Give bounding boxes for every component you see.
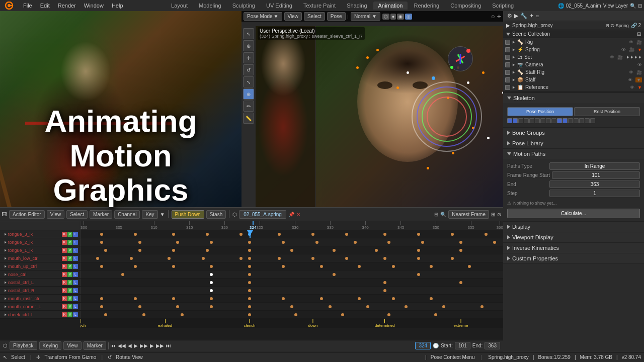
staff-rig-check[interactable]: [505, 70, 510, 75]
collection-filter[interactable]: ⊟: [637, 31, 641, 37]
annotate-tool[interactable]: ✏: [243, 101, 254, 112]
bone-groups-header[interactable]: Bone Groups: [503, 128, 644, 138]
calculate-button[interactable]: Calculate...: [507, 209, 640, 218]
track-expand[interactable]: [5, 289, 7, 292]
layer-13[interactable]: [574, 118, 579, 123]
track-content[interactable]: [80, 230, 503, 238]
play-forward[interactable]: ▶▶: [140, 343, 148, 348]
motion-paths-header[interactable]: Motion Paths: [503, 149, 644, 159]
ik-header[interactable]: Inverse Kinematics: [503, 243, 644, 253]
frame-end-value[interactable]: 363: [549, 180, 640, 188]
spring-camera[interactable]: 🎥: [629, 47, 634, 52]
pose-menu[interactable]: Pose: [327, 12, 346, 21]
modifier-icon[interactable]: 🔧: [520, 13, 527, 19]
track-expand[interactable]: [5, 273, 7, 276]
tab-sculpting[interactable]: Sculpting: [227, 2, 260, 10]
ae-snap-icon[interactable]: ⊞: [491, 212, 495, 217]
rotate-tool[interactable]: ↺: [243, 64, 254, 75]
track-content[interactable]: [80, 246, 503, 254]
tab-texture-paint[interactable]: Texture Paint: [298, 2, 341, 10]
pose-position-btn[interactable]: Pose Position: [507, 107, 573, 116]
ae-marker-menu[interactable]: Marker: [90, 210, 112, 219]
staff-rig-visibility[interactable]: 👁: [629, 70, 633, 75]
tab-compositing[interactable]: Compositing: [445, 2, 486, 10]
search-icon[interactable]: 🔍: [630, 3, 636, 9]
tab-shading[interactable]: Shading: [342, 2, 372, 10]
track-content[interactable]: [80, 295, 503, 302]
particles-icon[interactable]: ✦: [529, 13, 534, 19]
paths-type-value[interactable]: In Range: [549, 162, 640, 170]
end-frame[interactable]: 363: [485, 342, 500, 349]
rig-visibility[interactable]: 👁: [629, 40, 633, 45]
frame-start-value[interactable]: 101: [552, 171, 640, 179]
object-data-icon[interactable]: ▶: [514, 13, 518, 19]
layer-14[interactable]: [579, 118, 584, 123]
spring-visibility[interactable]: 👁: [621, 47, 626, 52]
ae-select-menu[interactable]: Select: [66, 210, 88, 219]
track-expand[interactable]: [5, 233, 7, 235]
stash-btn[interactable]: Stash: [206, 210, 226, 219]
normal-shading[interactable]: Normal ▼: [351, 12, 380, 21]
rig-camera-icon[interactable]: 🎥: [636, 40, 642, 45]
action-name-field[interactable]: 02_055_A.spring: [239, 210, 286, 219]
step-back[interactable]: ◀: [128, 343, 132, 348]
staff-visibility[interactable]: 👁: [628, 77, 632, 82]
track-content[interactable]: [80, 254, 503, 262]
menu-edit[interactable]: Edit: [36, 0, 54, 11]
menu-render[interactable]: Render: [54, 0, 80, 11]
spring-check[interactable]: [505, 47, 510, 52]
select-tool[interactable]: ↖: [243, 28, 254, 39]
camera-visibility[interactable]: 👁: [637, 62, 642, 67]
layer-7[interactable]: [540, 118, 545, 123]
layer-5[interactable]: [529, 118, 534, 123]
view-menu[interactable]: View: [284, 12, 302, 21]
menu-window[interactable]: Window: [80, 0, 108, 11]
physics-icon[interactable]: ≈: [536, 13, 539, 19]
skeleton-header[interactable]: Skeleton: [503, 93, 644, 103]
step-forward[interactable]: ▶: [150, 343, 154, 348]
reference-visibility[interactable]: 👁: [630, 85, 634, 90]
staff-rig-camera[interactable]: 🎥: [636, 70, 642, 75]
scene-viewport[interactable]: Trackball: [256, 26, 503, 217]
pose-mode-dropdown[interactable]: Pose Mode ▼: [244, 12, 282, 21]
ae-key-menu[interactable]: Key: [142, 210, 157, 219]
next-keyframe[interactable]: ▶▶: [156, 343, 164, 348]
track-expand[interactable]: [5, 257, 7, 259]
action-editor-dropdown[interactable]: Action Editor: [9, 210, 45, 219]
layer-10[interactable]: [557, 118, 562, 123]
prev-keyframe[interactable]: ◀◀: [118, 343, 126, 348]
layer-2[interactable]: [513, 118, 518, 123]
settings-icon[interactable]: ⚙: [507, 13, 512, 19]
play-reverse[interactable]: ▶: [134, 343, 138, 348]
select-menu[interactable]: Select: [304, 12, 325, 21]
current-frame[interactable]: 324: [415, 342, 431, 349]
collection-staff-rig[interactable]: 🦴 Staff Rig 👁 🎥: [503, 68, 644, 76]
set-visibility[interactable]: 👁: [610, 55, 614, 60]
layer-9[interactable]: [551, 118, 556, 123]
layer-4[interactable]: [524, 118, 529, 123]
layer-11[interactable]: [562, 118, 568, 123]
ae-view-menu[interactable]: View: [47, 210, 65, 219]
nearest-frame-btn[interactable]: Nearest Frame: [448, 210, 489, 219]
move-tool[interactable]: ✛: [243, 52, 254, 63]
pose-library-header[interactable]: Pose Library: [503, 138, 644, 148]
tab-modeling[interactable]: Modeling: [194, 2, 226, 10]
display-header[interactable]: Display: [503, 222, 644, 232]
layer-6[interactable]: [535, 118, 540, 123]
menu-file[interactable]: File: [19, 0, 36, 11]
solid-icon[interactable]: ●: [390, 14, 396, 20]
layer-15[interactable]: [585, 118, 590, 123]
collection-rig[interactable]: 🦴 Rig 👁 🎥: [503, 38, 644, 46]
measure-tool[interactable]: 📏: [243, 113, 254, 124]
navigation-gizmo[interactable]: [448, 46, 473, 71]
tab-rendering[interactable]: Rendering: [409, 2, 444, 10]
skip-first[interactable]: ⏮: [111, 343, 116, 348]
track-content[interactable]: [80, 270, 503, 278]
skip-last[interactable]: ⏭: [166, 343, 171, 348]
layer-12[interactable]: [568, 118, 573, 123]
track-content[interactable]: [80, 287, 503, 294]
rig-check[interactable]: [505, 40, 510, 45]
viewport-3d[interactable]: Pose Mode ▼ View Select Pose | Normal ▼ …: [242, 11, 503, 217]
rest-position-btn[interactable]: Rest Position: [574, 107, 640, 116]
layer-8[interactable]: [546, 118, 551, 123]
